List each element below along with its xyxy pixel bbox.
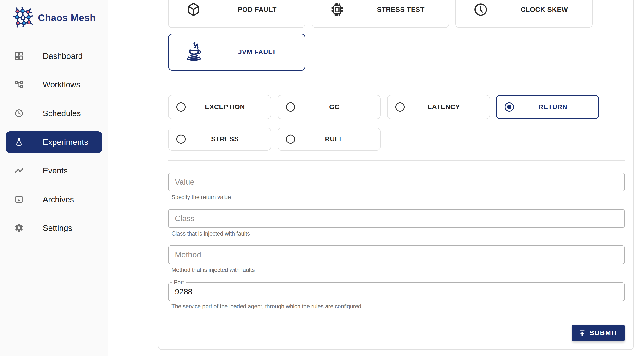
jvm-fault-icon xyxy=(182,41,205,63)
action-card-latency[interactable]: LATENCY xyxy=(387,95,490,119)
settings-icon xyxy=(14,223,24,233)
radio-unchecked-icon xyxy=(176,134,186,144)
sidebar-item-archives[interactable]: Archives xyxy=(0,187,108,211)
action-label: EXCEPTION xyxy=(186,103,270,111)
port-field-label: Port xyxy=(172,279,186,286)
sidebar-item-label: Dashboard xyxy=(43,51,82,61)
sidebar-item-label: Schedules xyxy=(43,109,81,118)
action-label: RULE xyxy=(296,135,380,143)
action-label: STRESS xyxy=(186,135,270,143)
radio-unchecked-icon xyxy=(285,134,296,144)
action-card-exception[interactable]: EXCEPTION xyxy=(168,95,271,119)
sidebar-item-label: Workflows xyxy=(43,80,80,89)
clock-skew-icon xyxy=(469,2,492,17)
stress-test-icon xyxy=(326,2,349,17)
kind-label: JVM FAULT xyxy=(212,48,305,56)
port-helper-text: The service port of the loaded agent, th… xyxy=(172,303,362,310)
action-card-stress[interactable]: STRESS xyxy=(168,128,271,151)
kind-label: POD FAULT xyxy=(212,6,305,13)
chaos-mesh-logo-icon xyxy=(12,7,34,29)
sidebar-item-settings[interactable]: Settings xyxy=(0,216,108,240)
kind-card-jvm-fault[interactable]: JVM FAULT xyxy=(168,33,306,70)
kind-card-pod-fault[interactable]: POD FAULT xyxy=(168,0,306,28)
section-divider xyxy=(168,160,625,161)
archives-icon xyxy=(14,194,24,204)
pod-fault-icon xyxy=(182,2,205,17)
app-title: Chaos Mesh xyxy=(38,12,96,23)
sidebar-item-schedules[interactable]: Schedules xyxy=(0,101,108,125)
sidebar-item-workflows[interactable]: Workflows xyxy=(0,72,108,96)
submit-button-label: SUBMIT xyxy=(590,329,618,337)
kind-card-clock-skew[interactable]: CLOCK SKEW xyxy=(455,0,592,28)
method-input[interactable] xyxy=(168,245,625,264)
sidebar-item-events[interactable]: Events xyxy=(0,159,108,183)
value-helper-text: Specify the return value xyxy=(172,194,231,201)
sidebar-item-experiments[interactable]: Experiments xyxy=(0,130,108,154)
workflows-icon xyxy=(14,79,24,89)
class-helper-text: Class that is injected with faults xyxy=(172,230,250,237)
dashboard-icon xyxy=(14,51,24,61)
sidebar-item-label: Settings xyxy=(43,223,72,233)
radio-unchecked-icon xyxy=(176,102,186,112)
page: Chaos Mesh Dashboard Workflows xyxy=(0,0,644,356)
kind-card-stress-test[interactable]: STRESS TEST xyxy=(312,0,449,28)
submit-button[interactable]: SUBMIT xyxy=(572,325,625,341)
kind-label: CLOCK SKEW xyxy=(499,6,592,13)
schedules-icon xyxy=(14,108,24,118)
action-card-rule[interactable]: RULE xyxy=(278,128,380,151)
action-label: LATENCY xyxy=(405,103,490,111)
radio-unchecked-icon xyxy=(285,102,296,112)
value-input[interactable] xyxy=(168,173,625,191)
kind-label: STRESS TEST xyxy=(356,6,448,13)
events-icon xyxy=(14,166,24,176)
radio-checked-icon xyxy=(504,102,514,112)
sidebar-item-label: Archives xyxy=(43,195,74,204)
publish-icon xyxy=(578,329,586,337)
section-divider xyxy=(168,81,625,82)
sidebar-item-label: Experiments xyxy=(43,137,88,147)
action-label: RETURN xyxy=(514,103,598,111)
sidebar: Chaos Mesh Dashboard Workflows xyxy=(0,0,108,356)
sidebar-item-label: Events xyxy=(43,166,68,175)
experiments-icon xyxy=(14,137,24,147)
app-logo: Chaos Mesh xyxy=(12,7,96,29)
action-card-gc[interactable]: GC xyxy=(278,95,380,119)
action-card-return[interactable]: RETURN xyxy=(496,95,599,119)
port-input[interactable] xyxy=(168,282,625,301)
radio-unchecked-icon xyxy=(395,102,405,112)
sidebar-item-dashboard[interactable]: Dashboard xyxy=(0,44,108,68)
class-input[interactable] xyxy=(168,209,625,228)
action-label: GC xyxy=(296,103,380,111)
method-helper-text: Method that is injected with faults xyxy=(172,267,255,273)
